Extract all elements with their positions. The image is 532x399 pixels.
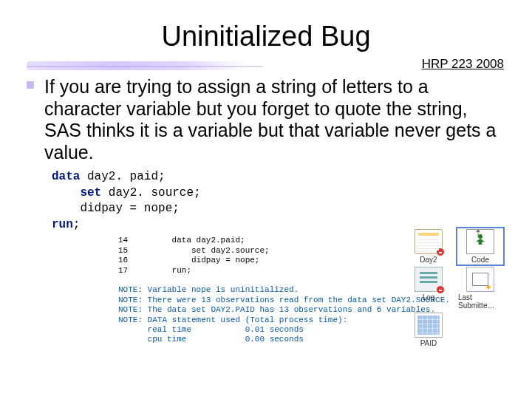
log-line-15: 15 set day2.source;: [118, 246, 270, 255]
keyword-data: data: [52, 170, 80, 183]
code-ds1: day2. paid;: [80, 170, 165, 183]
code-semi: ;: [73, 218, 81, 231]
bullet-item: If you are trying to assign a string of …: [27, 76, 505, 163]
error-badge-icon: [436, 285, 445, 294]
log-line-16: 16 didpay = nope;: [118, 256, 259, 265]
keyword-set: set: [52, 186, 101, 200]
course-label: HRP 223 2008: [422, 57, 504, 72]
panel-label-log: Log: [423, 293, 435, 301]
sas-code-block: data day2. paid; set day2. source; didpa…: [52, 169, 505, 233]
log-note-obs-read: NOTE: There were 13 observations read fr…: [118, 296, 450, 304]
panel-item-day2[interactable]: Day2: [406, 229, 451, 264]
log-icon: [415, 267, 443, 292]
bullet-marker: [27, 76, 37, 163]
panel-label-last: Last Submitte…: [458, 293, 502, 310]
last-submitted-icon: [466, 267, 494, 292]
code-node-icon: [466, 229, 494, 254]
keyword-run: run: [52, 218, 73, 231]
log-note-time-hdr: NOTE: DATA statement used (Total process…: [118, 316, 347, 324]
panel-item-last-submitted[interactable]: Last Submitte…: [458, 267, 502, 310]
log-line-17: 17 run;: [118, 266, 191, 275]
panel-label-paid: PAID: [420, 339, 437, 347]
brush-accent: [27, 61, 248, 70]
project-panel: Day2 Code Log Last Submitte… PAID: [406, 229, 510, 347]
bullet-text: If you are trying to assign a string of …: [44, 76, 505, 163]
divider: HRP 223 2008: [27, 58, 511, 75]
code-ds2: day2. source;: [101, 186, 200, 200]
code-assign: didpay = nope;: [52, 202, 180, 215]
dataset-icon: [415, 229, 443, 254]
panel-item-log[interactable]: Log: [406, 267, 451, 310]
panel-label-code: Code: [471, 256, 489, 264]
log-line-14: 14 data day2.paid;: [118, 236, 245, 245]
panel-item-code[interactable]: Code: [458, 229, 502, 264]
log-note-uninit: NOTE: Variable nope is uninitialized.: [118, 285, 299, 294]
slide-title: Uninitialized Bug: [27, 21, 505, 52]
log-note-real-time: real time 0.01 seconds: [118, 325, 304, 334]
panel-label-day2: Day2: [420, 256, 437, 264]
log-note-cpu-time: cpu time 0.00 seconds: [118, 335, 304, 344]
panel-item-paid[interactable]: PAID: [406, 313, 451, 347]
readonly-badge-icon: [436, 248, 445, 256]
log-note-out-ds: NOTE: The data set DAY2.PAID has 13 obse…: [118, 305, 435, 314]
output-table-icon: [415, 313, 443, 338]
slide: Uninitialized Bug HRP 223 2008 If you ar…: [0, 0, 532, 399]
